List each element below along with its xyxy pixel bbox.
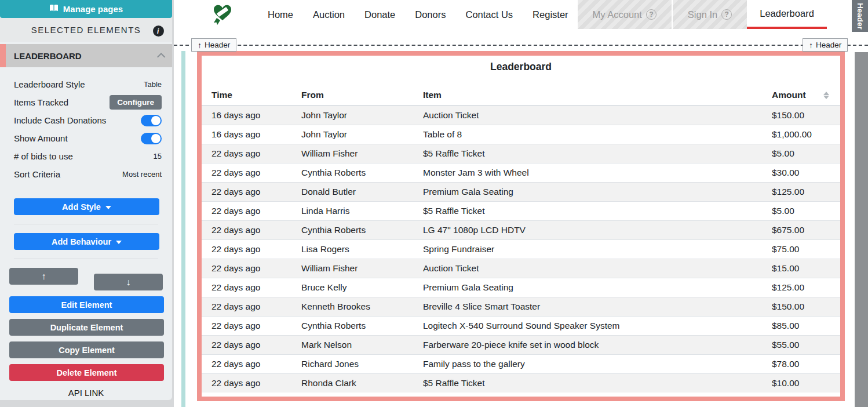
selected-elements-header: SELECTED ELEMENTS i [0,18,172,44]
column-header-amount: Amount [762,85,840,106]
cell-time: 22 days ago [202,336,291,355]
cell-time: 22 days ago [202,374,291,393]
cell-amount: $78.00 [762,355,840,374]
cell-time: 22 days ago [202,259,291,278]
cell-amount: $5.00 [762,202,840,221]
nav-item-donate[interactable]: Donate [364,9,395,20]
leaderboard-table: Time From Item Amount 16 d [202,85,840,393]
add-style-label: Add Style [62,202,101,212]
chevron-up-icon [157,53,165,61]
nav-disabled-label: My Account [593,9,642,20]
app-root: Manage pages SELECTED ELEMENTS i LEADERB… [0,0,868,407]
sidebar-actions: Add Style Add Behaviour ↑ ↓ Edit Element… [0,186,172,398]
table-row: 22 days ago Lisa Rogers Spring Fundraise… [202,240,840,259]
caret-down-icon [116,241,122,244]
api-link[interactable]: API LINK [0,388,172,398]
cell-item: Auction Ticket [413,259,762,278]
cell-time: 22 days ago [202,221,291,240]
add-style-button[interactable]: Add Style [14,198,159,215]
cell-item: Premium Gala Seating [413,278,762,297]
setting-value: 15 [154,152,162,161]
header-marker-button-right[interactable]: ↑ Header [803,38,848,52]
nav-item-auction[interactable]: Auction [313,9,345,20]
sidebar: Manage pages SELECTED ELEMENTS i LEADERB… [0,0,174,407]
cell-item: Premium Gala Seating [413,183,762,202]
nav-item-active[interactable]: Leaderboard [747,0,827,29]
setting-label: Include Cash Donations [14,115,106,125]
setting-row: Items Tracked Configure [0,93,172,111]
table-row: 22 days ago Cynthia Roberts Logitech X-5… [202,317,840,336]
sort-icon[interactable] [823,92,830,99]
cell-amount: $30.00 [762,163,840,183]
cell-amount: $75.00 [762,240,840,259]
table-row: 22 days ago Donald Butler Premium Gala S… [202,183,840,202]
leaderboard-element[interactable]: Leaderboard Time From Item Amount [197,51,845,401]
copy-element-button[interactable]: Copy Element [9,341,164,358]
cell-time: 22 days ago [202,183,291,202]
question-icon: ? [646,9,657,20]
cell-from: John Taylor [291,125,413,144]
configure-button[interactable]: Configure [110,95,162,110]
setting-value: Table [144,80,162,89]
cell-from: Cynthia Roberts [291,317,413,336]
cell-item: Farberware 20-piece knife set in wood bl… [413,336,762,355]
nav-item-home[interactable]: Home [268,9,293,20]
cell-amount: $150.00 [762,106,840,125]
cell-item: $5 Raffle Ticket [413,202,762,221]
table-row: 22 days ago Cynthia Roberts LG 47" 1080p… [202,221,840,240]
cell-time: 22 days ago [202,278,291,297]
toggle-switch[interactable] [141,133,162,144]
nav-item-contact-us[interactable]: Contact Us [465,9,513,20]
manage-pages-button[interactable]: Manage pages [0,0,172,18]
cell-time: 22 days ago [202,297,291,317]
caret-down-icon [105,206,111,209]
site-logo[interactable] [212,3,233,26]
table-row: 22 days ago Richard Jones Family pass to… [202,355,840,374]
cell-amount: $150.00 [762,297,840,317]
column-header-amount-label: Amount [772,90,806,100]
nav-item-disabled-sign-in: Sign In ? [673,0,747,29]
delete-element-button[interactable]: Delete Element [9,364,164,381]
cell-time: 16 days ago [202,106,291,125]
cell-item: $5 Raffle Ticket [413,144,762,163]
element-header-leaderboard[interactable]: LEADERBOARD [0,44,172,67]
nav-item-register[interactable]: Register [533,9,568,20]
cell-time: 22 days ago [202,202,291,221]
cell-amount: $5.00 [762,144,840,163]
nav-item-disabled-my-account: My Account ? [578,0,672,29]
cell-amount: $85.00 [762,317,840,336]
header-vertical-tab[interactable]: Header [852,0,868,32]
header-marker-button-left[interactable]: ↑ Header [191,38,236,52]
add-behaviour-label: Add Behaviour [52,237,111,246]
selection-guide-strip [181,51,185,407]
add-behaviour-button[interactable]: Add Behaviour [14,233,159,250]
cell-from: Mark Nelson [291,336,413,355]
right-panel-strip [855,52,868,407]
setting-row: Leaderboard Style Table [0,75,172,93]
cell-item: $5 Raffle Ticket [413,374,762,393]
arrow-up-icon: ↑ [42,271,46,282]
move-down-button[interactable]: ↓ [94,274,163,290]
edit-element-button[interactable]: Edit Element [9,296,164,313]
cell-from: Cynthia Roberts [291,163,413,183]
toggle-switch[interactable] [141,115,162,126]
setting-value: Most recent [122,170,162,179]
cell-from: Cynthia Roberts [291,221,413,240]
nav-links: HomeAuctionDonateDonorsContact UsRegiste… [268,9,568,20]
cell-from: Lisa Rogers [291,240,413,259]
nav-item-donors[interactable]: Donors [415,9,446,20]
setting-label: Leaderboard Style [14,79,85,89]
move-up-button[interactable]: ↑ [9,268,78,285]
nav-disabled-label: Sign In [688,9,717,20]
cell-from: Richard Jones [291,355,413,374]
move-buttons: ↑ ↓ [9,268,163,290]
table-header-row: Time From Item Amount [202,85,840,106]
cell-item: Monster Jam 3 with Wheel [413,163,762,183]
duplicate-element-button[interactable]: Duplicate Element [9,319,164,336]
column-header-item: Item [413,85,762,106]
cell-item: Auction Ticket [413,106,762,125]
table-row: 22 days ago Mark Nelson Farberware 20-pi… [202,336,840,355]
info-icon[interactable]: i [153,26,164,37]
header-marker-label: Header [205,41,230,49]
nav-disabled-group: My Account ? Sign In ? [578,0,747,29]
